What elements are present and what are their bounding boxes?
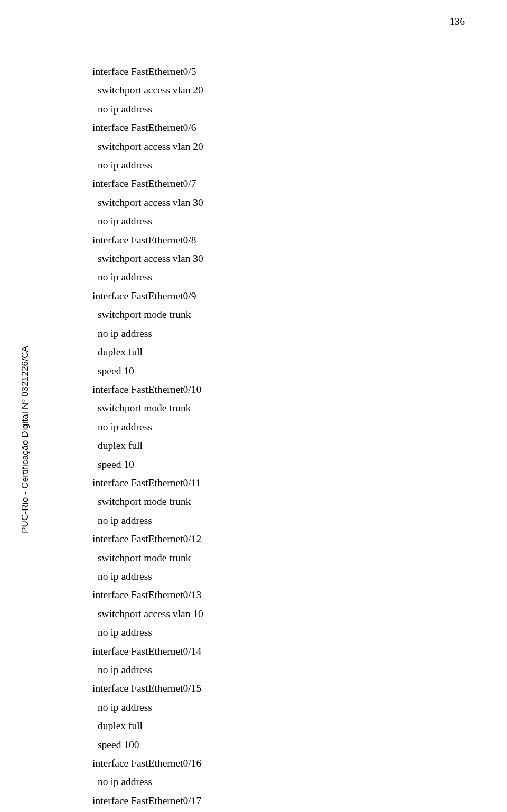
config-line: interface FastEthernet0/11 (92, 474, 462, 492)
config-line: interface FastEthernet0/16 (92, 754, 462, 772)
config-line: duplex full (92, 436, 462, 455)
config-line: switchport access vlan 20 (92, 137, 462, 156)
config-line: switchport access vlan 30 (92, 193, 462, 212)
config-line: no ip address (92, 324, 462, 343)
config-line: duplex full (92, 343, 462, 361)
config-line: interface FastEthernet0/5 (92, 62, 462, 81)
config-line: switchport mode trunk (92, 305, 462, 324)
config-line: interface FastEthernet0/7 (92, 174, 462, 193)
config-line: interface FastEthernet0/12 (92, 530, 462, 548)
watermark-text: PUC-Rio - Certificação Digital Nº 032122… (20, 346, 31, 533)
config-line: interface FastEthernet0/14 (92, 642, 462, 660)
config-line: switchport mode trunk (92, 492, 462, 511)
config-line: speed 10 (92, 362, 462, 380)
config-line: interface FastEthernet0/15 (92, 679, 462, 697)
config-line: interface FastEthernet0/6 (92, 118, 462, 137)
page-number: 136 (450, 16, 465, 27)
config-line: no ip address (92, 698, 462, 716)
config-line: no ip address (92, 418, 462, 436)
config-line: no ip address (92, 156, 462, 174)
config-line: switchport access vlan 20 (92, 81, 462, 99)
config-line: no ip address (92, 660, 462, 679)
config-line: no ip address (92, 100, 462, 118)
config-line: speed 10 (92, 455, 462, 474)
config-line: interface FastEthernet0/8 (92, 231, 462, 249)
config-line: interface FastEthernet0/13 (92, 586, 462, 604)
config-text-block: interface FastEthernet0/5switchport acce… (92, 62, 462, 810)
config-line: switchport mode trunk (92, 549, 462, 567)
config-line: interface FastEthernet0/10 (92, 380, 462, 399)
config-line: no ip address (92, 567, 462, 586)
config-line: interface FastEthernet0/9 (92, 287, 462, 305)
config-line: switchport access vlan 30 (92, 249, 462, 268)
config-line: duplex full (92, 716, 462, 735)
config-line: interface FastEthernet0/17 (92, 791, 462, 810)
config-line: no ip address (92, 268, 462, 286)
config-line: switchport access vlan 10 (92, 605, 462, 623)
config-line: no ip address (92, 212, 462, 230)
config-line: no ip address (92, 772, 462, 791)
document-page: 136 PUC-Rio - Certificação Digital Nº 03… (0, 0, 507, 812)
config-line: speed 100 (92, 735, 462, 754)
config-line: no ip address (92, 511, 462, 530)
config-line: switchport mode trunk (92, 399, 462, 417)
config-line: no ip address (92, 623, 462, 641)
